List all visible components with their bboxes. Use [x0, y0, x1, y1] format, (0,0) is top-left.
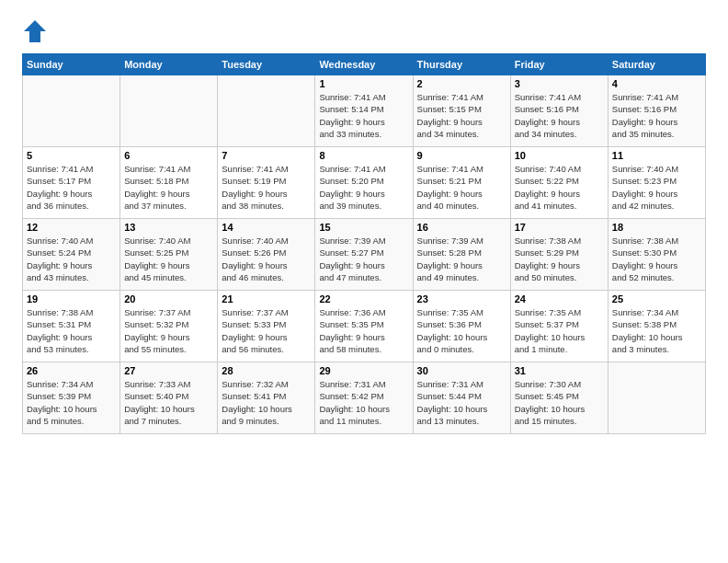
day-detail: Sunrise: 7:33 AM Sunset: 5:40 PM Dayligh… [124, 378, 213, 427]
calendar-table: SundayMondayTuesdayWednesdayThursdayFrid… [22, 53, 706, 434]
day-number: 24 [515, 293, 604, 304]
calendar-day-3: 3Sunrise: 7:41 AM Sunset: 5:16 PM Daylig… [510, 75, 608, 147]
day-number: 23 [417, 293, 506, 304]
day-detail: Sunrise: 7:41 AM Sunset: 5:15 PM Dayligh… [417, 91, 506, 140]
day-detail: Sunrise: 7:35 AM Sunset: 5:36 PM Dayligh… [417, 306, 506, 355]
calendar-day-18: 18Sunrise: 7:38 AM Sunset: 5:30 PM Dayli… [608, 219, 705, 291]
calendar-day-14: 14Sunrise: 7:40 AM Sunset: 5:26 PM Dayli… [218, 219, 315, 291]
calendar-day-23: 23Sunrise: 7:35 AM Sunset: 5:36 PM Dayli… [413, 291, 510, 362]
calendar-day-11: 11Sunrise: 7:40 AM Sunset: 5:23 PM Dayli… [608, 147, 705, 219]
day-detail: Sunrise: 7:34 AM Sunset: 5:39 PM Dayligh… [27, 378, 116, 427]
day-detail: Sunrise: 7:41 AM Sunset: 5:16 PM Dayligh… [612, 91, 701, 140]
day-number: 5 [27, 150, 116, 161]
day-detail: Sunrise: 7:37 AM Sunset: 5:33 PM Dayligh… [222, 306, 311, 355]
col-header-sunday: Sunday [23, 54, 120, 75]
calendar-day-15: 15Sunrise: 7:39 AM Sunset: 5:27 PM Dayli… [315, 219, 413, 291]
day-number: 7 [222, 150, 311, 161]
calendar-week-4: 19Sunrise: 7:38 AM Sunset: 5:31 PM Dayli… [23, 291, 706, 362]
calendar-day-9: 9Sunrise: 7:41 AM Sunset: 5:21 PM Daylig… [413, 147, 510, 219]
calendar-day-8: 8Sunrise: 7:41 AM Sunset: 5:20 PM Daylig… [315, 147, 413, 219]
day-detail: Sunrise: 7:34 AM Sunset: 5:38 PM Dayligh… [612, 306, 701, 355]
day-number: 16 [417, 222, 506, 233]
day-number: 22 [319, 293, 408, 304]
day-number: 18 [612, 222, 701, 233]
empty-cell [608, 362, 705, 434]
day-detail: Sunrise: 7:38 AM Sunset: 5:30 PM Dayligh… [612, 235, 701, 283]
day-number: 1 [319, 78, 408, 89]
day-detail: Sunrise: 7:31 AM Sunset: 5:44 PM Dayligh… [417, 378, 506, 427]
calendar-day-6: 6Sunrise: 7:41 AM Sunset: 5:18 PM Daylig… [120, 147, 218, 219]
day-detail: Sunrise: 7:32 AM Sunset: 5:41 PM Dayligh… [222, 378, 311, 427]
svg-marker-0 [24, 20, 46, 42]
day-detail: Sunrise: 7:31 AM Sunset: 5:42 PM Dayligh… [319, 378, 408, 427]
col-header-tuesday: Tuesday [218, 54, 315, 75]
day-detail: Sunrise: 7:41 AM Sunset: 5:20 PM Dayligh… [319, 163, 408, 212]
day-detail: Sunrise: 7:35 AM Sunset: 5:37 PM Dayligh… [515, 306, 604, 355]
calendar-day-19: 19Sunrise: 7:38 AM Sunset: 5:31 PM Dayli… [23, 291, 120, 362]
day-detail: Sunrise: 7:40 AM Sunset: 5:25 PM Dayligh… [124, 235, 213, 283]
calendar-day-30: 30Sunrise: 7:31 AM Sunset: 5:44 PM Dayli… [413, 362, 510, 434]
header [22, 18, 706, 44]
day-number: 11 [612, 150, 701, 161]
day-detail: Sunrise: 7:40 AM Sunset: 5:22 PM Dayligh… [515, 163, 604, 212]
calendar-day-29: 29Sunrise: 7:31 AM Sunset: 5:42 PM Dayli… [315, 362, 413, 434]
day-number: 19 [27, 293, 116, 304]
calendar-day-24: 24Sunrise: 7:35 AM Sunset: 5:37 PM Dayli… [510, 291, 608, 362]
day-detail: Sunrise: 7:40 AM Sunset: 5:23 PM Dayligh… [612, 163, 701, 212]
empty-cell [120, 75, 218, 147]
logo-icon [22, 18, 48, 44]
day-number: 4 [612, 78, 701, 89]
calendar-day-4: 4Sunrise: 7:41 AM Sunset: 5:16 PM Daylig… [608, 75, 705, 147]
day-number: 20 [124, 293, 213, 304]
col-header-wednesday: Wednesday [315, 54, 413, 75]
day-number: 29 [319, 365, 408, 376]
day-detail: Sunrise: 7:37 AM Sunset: 5:32 PM Dayligh… [124, 306, 213, 355]
day-number: 3 [515, 78, 604, 89]
day-number: 6 [124, 150, 213, 161]
calendar-day-16: 16Sunrise: 7:39 AM Sunset: 5:28 PM Dayli… [413, 219, 510, 291]
logo [22, 18, 50, 44]
day-detail: Sunrise: 7:39 AM Sunset: 5:28 PM Dayligh… [417, 235, 506, 283]
col-header-saturday: Saturday [608, 54, 705, 75]
calendar-day-12: 12Sunrise: 7:40 AM Sunset: 5:24 PM Dayli… [23, 219, 120, 291]
empty-cell [23, 75, 120, 147]
day-number: 27 [124, 365, 213, 376]
day-number: 13 [124, 222, 213, 233]
empty-cell [218, 75, 315, 147]
calendar-day-25: 25Sunrise: 7:34 AM Sunset: 5:38 PM Dayli… [608, 291, 705, 362]
calendar-day-1: 1Sunrise: 7:41 AM Sunset: 5:14 PM Daylig… [315, 75, 413, 147]
day-detail: Sunrise: 7:41 AM Sunset: 5:17 PM Dayligh… [27, 163, 116, 212]
day-detail: Sunrise: 7:36 AM Sunset: 5:35 PM Dayligh… [319, 306, 408, 355]
day-number: 25 [612, 293, 701, 304]
page: SundayMondayTuesdayWednesdayThursdayFrid… [0, 0, 728, 563]
calendar-day-7: 7Sunrise: 7:41 AM Sunset: 5:19 PM Daylig… [218, 147, 315, 219]
calendar-week-2: 5Sunrise: 7:41 AM Sunset: 5:17 PM Daylig… [23, 147, 706, 219]
day-number: 8 [319, 150, 408, 161]
calendar-week-3: 12Sunrise: 7:40 AM Sunset: 5:24 PM Dayli… [23, 219, 706, 291]
day-detail: Sunrise: 7:30 AM Sunset: 5:45 PM Dayligh… [515, 378, 604, 427]
day-detail: Sunrise: 7:38 AM Sunset: 5:31 PM Dayligh… [27, 306, 116, 355]
col-header-thursday: Thursday [413, 54, 510, 75]
day-number: 28 [222, 365, 311, 376]
calendar-day-26: 26Sunrise: 7:34 AM Sunset: 5:39 PM Dayli… [23, 362, 120, 434]
calendar-week-1: 1Sunrise: 7:41 AM Sunset: 5:14 PM Daylig… [23, 75, 706, 147]
day-number: 14 [222, 222, 311, 233]
col-header-monday: Monday [120, 54, 218, 75]
col-header-friday: Friday [510, 54, 608, 75]
day-detail: Sunrise: 7:40 AM Sunset: 5:26 PM Dayligh… [222, 235, 311, 283]
day-detail: Sunrise: 7:41 AM Sunset: 5:19 PM Dayligh… [222, 163, 311, 212]
calendar-day-31: 31Sunrise: 7:30 AM Sunset: 5:45 PM Dayli… [510, 362, 608, 434]
calendar-day-10: 10Sunrise: 7:40 AM Sunset: 5:22 PM Dayli… [510, 147, 608, 219]
calendar-day-5: 5Sunrise: 7:41 AM Sunset: 5:17 PM Daylig… [23, 147, 120, 219]
day-detail: Sunrise: 7:38 AM Sunset: 5:29 PM Dayligh… [515, 235, 604, 283]
calendar-header-row: SundayMondayTuesdayWednesdayThursdayFrid… [23, 54, 706, 75]
calendar-week-5: 26Sunrise: 7:34 AM Sunset: 5:39 PM Dayli… [23, 362, 706, 434]
day-detail: Sunrise: 7:40 AM Sunset: 5:24 PM Dayligh… [27, 235, 116, 283]
calendar-day-21: 21Sunrise: 7:37 AM Sunset: 5:33 PM Dayli… [218, 291, 315, 362]
day-number: 2 [417, 78, 506, 89]
day-number: 9 [417, 150, 506, 161]
calendar-day-28: 28Sunrise: 7:32 AM Sunset: 5:41 PM Dayli… [218, 362, 315, 434]
day-number: 10 [515, 150, 604, 161]
calendar-day-20: 20Sunrise: 7:37 AM Sunset: 5:32 PM Dayli… [120, 291, 218, 362]
day-number: 12 [27, 222, 116, 233]
